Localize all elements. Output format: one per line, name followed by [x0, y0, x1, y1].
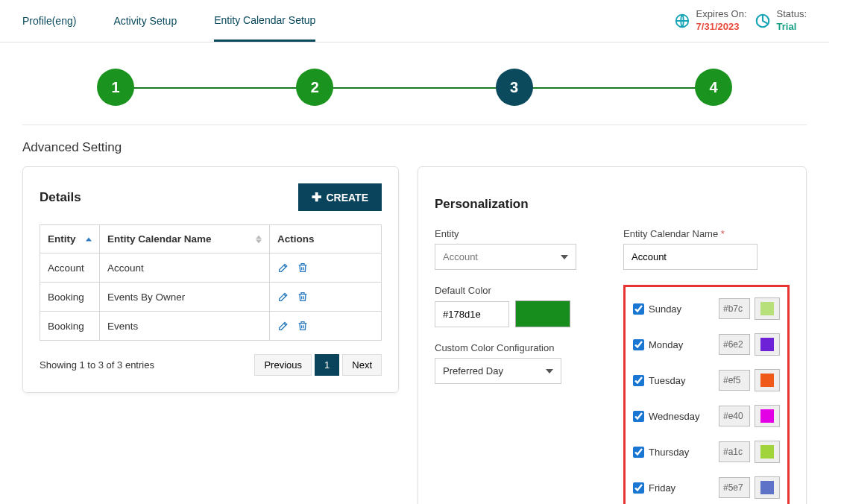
cell-entity: Account	[40, 253, 100, 283]
cell-name: Events By Owner	[100, 283, 270, 312]
chevron-down-icon	[561, 255, 568, 259]
default-color-field: Default Color	[435, 285, 601, 327]
day-label: Tuesday	[649, 375, 714, 386]
day-checkbox[interactable]	[633, 303, 644, 315]
table-row: AccountAccount	[40, 253, 382, 283]
details-title: Details	[40, 190, 81, 205]
trash-icon[interactable]	[297, 262, 309, 274]
col-entity[interactable]: Entity	[40, 225, 100, 253]
day-color-input[interactable]	[719, 298, 750, 319]
day-checkbox[interactable]	[633, 411, 644, 422]
day-color-input[interactable]	[719, 477, 750, 498]
day-checkbox[interactable]	[633, 447, 644, 458]
day-swatch-button[interactable]	[755, 333, 780, 356]
cell-entity: Booking	[40, 312, 100, 341]
step-3[interactable]: 3	[496, 69, 533, 106]
entity-label: Entity	[435, 228, 601, 239]
day-row: Wednesday	[633, 405, 780, 427]
sort-name-icon	[256, 235, 265, 243]
edit-icon[interactable]	[277, 320, 289, 332]
step-4[interactable]: 4	[695, 69, 732, 106]
default-color-swatch[interactable]	[515, 300, 570, 327]
details-card: Details ✚ CREATE Entity Entity Calendar …	[22, 166, 399, 393]
table-row: BookingEvents	[40, 312, 382, 341]
edit-icon[interactable]	[277, 262, 289, 274]
custom-config-field: Custom Color Configuration Preferred Day	[435, 342, 601, 384]
day-row: Thursday	[633, 441, 780, 463]
status-label: Status:	[777, 8, 807, 21]
table-footer-text: Showing 1 to 3 of 3 entries	[40, 359, 154, 371]
step-1[interactable]: 1	[97, 69, 134, 106]
chevron-down-icon	[546, 369, 553, 374]
day-label: Monday	[649, 339, 714, 350]
day-color-input[interactable]	[719, 370, 750, 391]
default-color-input[interactable]	[435, 301, 509, 327]
next-button[interactable]: Next	[342, 354, 382, 376]
cell-name: Events	[100, 312, 270, 341]
day-swatch-button[interactable]	[755, 405, 780, 427]
entity-select[interactable]: Account	[435, 244, 576, 270]
trash-icon[interactable]	[297, 320, 309, 332]
personalization-card: Personalization Entity Account Entity Ca…	[418, 166, 807, 504]
col-actions: Actions	[270, 225, 382, 253]
day-row: Tuesday	[633, 369, 780, 391]
pie-icon	[755, 13, 771, 29]
day-row: Friday	[633, 476, 780, 499]
days-highlight-box: SundayMondayTuesdayWednesdayThursdayFrid…	[623, 285, 790, 504]
prev-button[interactable]: Previous	[254, 354, 312, 376]
step-2[interactable]: 2	[296, 69, 333, 106]
personalization-title: Personalization	[435, 197, 790, 212]
expires-label: Expires On:	[696, 8, 747, 21]
col-name[interactable]: Entity Calendar Name	[100, 225, 270, 253]
day-color-input[interactable]	[719, 406, 750, 426]
globe-icon	[674, 13, 690, 29]
edit-icon[interactable]	[277, 291, 289, 303]
section-heading: Advanced Setting	[0, 125, 829, 166]
day-swatch-button[interactable]	[755, 369, 780, 391]
day-label: Thursday	[649, 447, 714, 458]
page-1-button[interactable]: 1	[315, 354, 339, 376]
custom-config-select[interactable]: Preferred Day	[435, 358, 561, 384]
stepper: 1 2 3 4	[22, 42, 807, 125]
top-tab-bar: Profile(eng) Activity Setup Entity Calen…	[0, 0, 829, 42]
tab-entity-calendar-setup[interactable]: Entity Calendar Setup	[214, 1, 315, 42]
tab-activity-setup[interactable]: Activity Setup	[113, 1, 177, 40]
pagination: Previous 1 Next	[254, 354, 382, 376]
day-checkbox[interactable]	[633, 339, 644, 350]
details-table: Entity Entity Calendar Name Actions Acco…	[40, 224, 382, 341]
expires-value: 7/31/2023	[696, 21, 747, 34]
create-button-label: CREATE	[326, 192, 368, 204]
day-checkbox[interactable]	[633, 482, 644, 494]
day-color-input[interactable]	[719, 441, 750, 462]
table-row: BookingEvents By Owner	[40, 283, 382, 312]
day-swatch-button[interactable]	[755, 297, 780, 320]
entity-field: Entity Account	[435, 228, 601, 270]
day-label: Sunday	[649, 303, 714, 315]
day-checkbox[interactable]	[633, 375, 644, 386]
tab-profile[interactable]: Profile(eng)	[22, 1, 76, 40]
day-label: Wednesday	[649, 411, 714, 422]
cell-name: Account	[100, 253, 270, 283]
calendar-name-label: Entity Calendar Name *	[623, 228, 790, 239]
stepper-line	[116, 87, 714, 89]
custom-config-label: Custom Color Configuration	[435, 342, 601, 353]
day-swatch-button[interactable]	[755, 476, 780, 499]
status-value: Trial	[777, 21, 807, 34]
cell-entity: Booking	[40, 283, 100, 312]
create-button[interactable]: ✚ CREATE	[298, 183, 382, 211]
day-row: Monday	[633, 333, 780, 356]
day-row: Sunday	[633, 297, 780, 320]
day-color-input[interactable]	[719, 334, 750, 355]
calendar-name-input[interactable]	[623, 244, 757, 270]
sort-entity-icon	[86, 237, 95, 241]
trash-icon[interactable]	[297, 291, 309, 303]
day-label: Friday	[649, 482, 714, 494]
calendar-name-field: Entity Calendar Name *	[623, 228, 790, 270]
day-swatch-button[interactable]	[755, 441, 780, 463]
default-color-label: Default Color	[435, 285, 601, 296]
plus-icon: ✚	[312, 190, 321, 204]
